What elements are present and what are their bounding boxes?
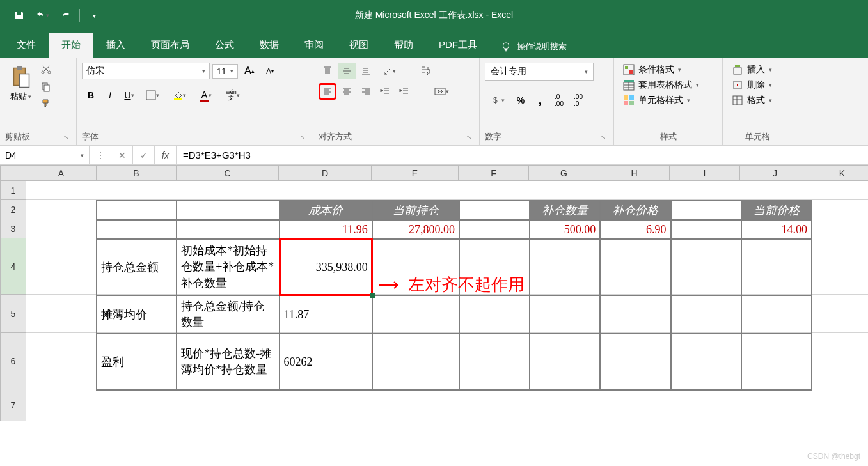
tab-home[interactable]: 开始	[49, 33, 93, 58]
cell-D5[interactable]: 11.87	[280, 295, 372, 334]
redo-button[interactable]	[56, 6, 74, 24]
border-button[interactable]: ▾	[139, 87, 165, 104]
cell-H5[interactable]	[600, 295, 670, 334]
percent-button[interactable]: %	[512, 92, 530, 109]
cell-G4[interactable]	[530, 239, 600, 295]
tab-insert[interactable]: 插入	[93, 33, 138, 58]
cell-G5[interactable]	[530, 295, 600, 334]
cell-E2[interactable]: 当前持仓	[372, 201, 459, 220]
clipboard-launcher[interactable]: ⤡	[61, 134, 71, 141]
spreadsheet-grid[interactable]: A B C D E F G H I J K 1 2 3 4 5 6 7 成本价 …	[0, 165, 868, 465]
cut-button[interactable]	[38, 63, 54, 78]
paste-button[interactable]: 粘贴▾	[5, 63, 36, 105]
number-format-select[interactable]: 会计专用▾	[485, 63, 594, 81]
italic-button[interactable]: I	[101, 87, 119, 104]
cancel-formula-button[interactable]: ✕	[111, 146, 133, 164]
cell-H6[interactable]	[600, 334, 670, 390]
cell-C4[interactable]: 初始成本*初始持仓数量+补仓成本*补仓数量	[177, 239, 279, 295]
col-header-H[interactable]: H	[599, 166, 670, 181]
cell-J3[interactable]: 14.00	[741, 220, 812, 239]
cell-I5[interactable]	[671, 295, 741, 334]
cell-F6[interactable]	[459, 334, 530, 390]
col-header-C[interactable]: C	[177, 166, 279, 181]
cell-styles-button[interactable]: 单元格样式▾	[619, 93, 703, 107]
cell-G6[interactable]	[530, 334, 600, 390]
row-header-7[interactable]: 7	[1, 389, 26, 421]
cell-B2[interactable]	[97, 201, 177, 220]
cell-D2[interactable]: 成本价	[280, 201, 372, 220]
cell-I6[interactable]	[671, 334, 741, 390]
name-box[interactable]: D4▾	[0, 146, 90, 164]
col-header-D[interactable]: D	[279, 166, 372, 181]
col-header-F[interactable]: F	[459, 166, 529, 181]
align-left-button[interactable]	[319, 83, 336, 100]
cell-D4[interactable]: 335,938.00	[280, 239, 372, 295]
font-size-select[interactable]: 11▾	[212, 64, 238, 79]
cell-E5[interactable]	[372, 295, 459, 334]
cell-E3[interactable]: 27,800.00	[372, 220, 459, 239]
cell-H4[interactable]	[600, 239, 670, 295]
align-middle-button[interactable]	[338, 63, 356, 79]
cell-F3[interactable]	[459, 220, 530, 239]
cell-J2[interactable]: 当前价格	[741, 201, 812, 220]
row-header-5[interactable]: 5	[1, 295, 26, 333]
formula-input[interactable]: =D3*E3+G3*H3	[177, 146, 868, 164]
cell-J4[interactable]	[741, 239, 812, 295]
undo-button[interactable]: ▾	[31, 6, 54, 24]
col-header-J[interactable]: J	[740, 166, 810, 181]
font-name-select[interactable]: 仿宋▾	[82, 63, 210, 79]
fill-color-button[interactable]: ▾	[166, 87, 192, 104]
fill-handle[interactable]	[370, 293, 375, 298]
cell-B6[interactable]: 盈利	[97, 334, 177, 390]
align-bottom-button[interactable]	[357, 63, 375, 79]
cell-D6[interactable]: 60262	[280, 334, 372, 390]
col-header-K[interactable]: K	[810, 166, 869, 181]
cell-H2[interactable]: 补仓价格	[600, 201, 670, 220]
format-painter-button[interactable]	[38, 96, 54, 111]
cell-H3[interactable]: 6.90	[600, 220, 670, 239]
increase-decimal-button[interactable]: .0.00	[550, 92, 568, 109]
font-color-button[interactable]: A▾	[193, 87, 219, 104]
insert-function-button[interactable]: fx	[155, 146, 177, 164]
decrease-decimal-button[interactable]: .00.0	[569, 92, 587, 109]
col-header-E[interactable]: E	[372, 166, 459, 181]
row-header-4[interactable]: 4	[1, 238, 26, 295]
col-header-G[interactable]: G	[529, 166, 599, 181]
cell-I2[interactable]	[671, 201, 741, 220]
row-header-6[interactable]: 6	[1, 333, 26, 389]
copy-button[interactable]	[38, 79, 54, 95]
format-as-table-button[interactable]: 套用表格格式▾	[619, 78, 703, 92]
align-top-button[interactable]	[319, 63, 336, 79]
enter-formula-button[interactable]: ✓	[133, 146, 155, 164]
row-header-2[interactable]: 2	[1, 200, 26, 219]
row-header-1[interactable]: 1	[1, 181, 26, 200]
cell-I3[interactable]	[671, 220, 741, 239]
comma-button[interactable]: ,	[531, 92, 549, 109]
col-header-I[interactable]: I	[670, 166, 740, 181]
tab-pdf[interactable]: PDF工具	[426, 33, 490, 58]
tab-data[interactable]: 数据	[247, 33, 292, 58]
tab-review[interactable]: 审阅	[292, 33, 336, 58]
font-launcher[interactable]: ⤡	[297, 134, 308, 141]
col-header-B[interactable]: B	[97, 166, 177, 181]
cell-F5[interactable]	[459, 295, 530, 334]
align-right-button[interactable]	[357, 83, 375, 100]
tab-layout[interactable]: 页面布局	[138, 33, 202, 58]
tell-me-search[interactable]: 操作说明搜索	[490, 41, 577, 52]
cell-C6[interactable]: 现价*持仓总数-摊薄均价*持仓数量	[177, 334, 279, 390]
format-cells-button[interactable]: 格式▾	[728, 93, 776, 107]
col-header-A[interactable]: A	[26, 166, 97, 181]
select-all-corner[interactable]	[1, 166, 26, 181]
cell-I4[interactable]	[671, 239, 741, 295]
cell-G2[interactable]: 补仓数量	[530, 201, 600, 220]
insert-cells-button[interactable]: 插入▾	[728, 63, 776, 77]
number-launcher[interactable]: ⤡	[598, 134, 608, 141]
orientation-button[interactable]: ▾	[376, 63, 402, 79]
tab-help[interactable]: 帮助	[381, 33, 426, 58]
cell-B5[interactable]: 摊薄均价	[97, 295, 177, 334]
decrease-indent-button[interactable]	[376, 83, 394, 100]
cell-B4[interactable]: 持仓总金额	[97, 239, 177, 295]
bold-button[interactable]: B	[82, 87, 100, 104]
align-center-button[interactable]	[338, 83, 356, 100]
tab-formulas[interactable]: 公式	[202, 33, 247, 58]
